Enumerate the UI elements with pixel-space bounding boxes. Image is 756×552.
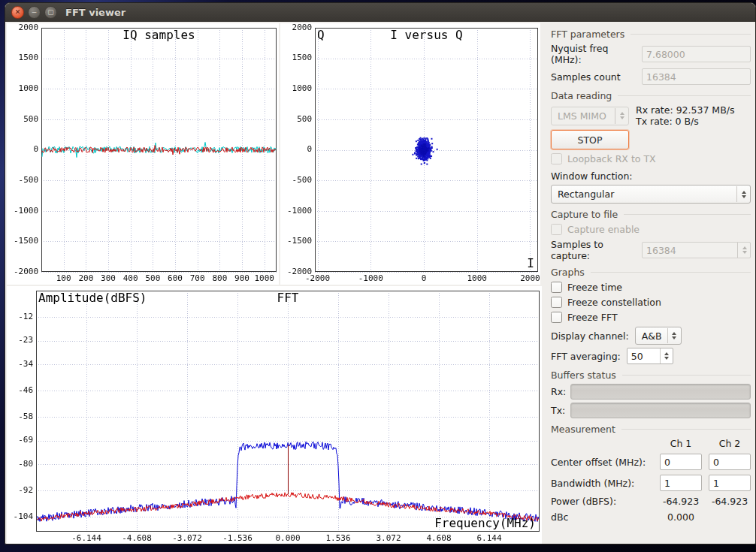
- power-ch1-value: -64.923: [660, 496, 702, 507]
- rx-buffer-label: Rx:: [551, 386, 570, 397]
- device-row: LMS MIMO Rx rate: 92.537 MB/s Tx rate: 0…: [551, 104, 751, 127]
- maximize-button[interactable]: ▢: [44, 6, 57, 19]
- capture-enable-label: Capture enable: [567, 224, 640, 235]
- checkbox-box-icon: [551, 312, 562, 323]
- measurement-group-title: Measurement: [551, 424, 751, 435]
- tx-buffer-progress: [570, 403, 751, 418]
- combo-arrows-icon: [736, 186, 750, 202]
- rx-buffer-row: Rx:: [551, 384, 751, 400]
- ch2-header: Ch 2: [709, 438, 751, 449]
- bandwidth-ch2-input[interactable]: [709, 475, 751, 491]
- graphs-group-title: Graphs: [551, 267, 751, 278]
- freeze-constellation-label: Freeze constellation: [567, 297, 661, 308]
- dbc-ch1-value: 0.000: [660, 511, 702, 523]
- display-channel-label: Display channel:: [551, 330, 629, 342]
- constellation-chart: [280, 23, 540, 285]
- tx-rate-label: Tx rate:: [636, 116, 673, 127]
- tx-buffer-label: Tx:: [551, 405, 570, 416]
- capture-group-title: Capture to file: [551, 209, 751, 220]
- samples-count-row: Samples count: [551, 68, 751, 85]
- minimize-icon: −: [32, 9, 38, 16]
- samples-count-input[interactable]: [642, 68, 751, 85]
- samples-to-capture-input[interactable]: [642, 242, 751, 258]
- center-offset-ch2-input[interactable]: [709, 454, 751, 470]
- center-offset-label: Center offset (MHz):: [551, 457, 653, 468]
- display-channel-combo[interactable]: A&B: [635, 327, 682, 345]
- close-button[interactable]: ✕: [11, 6, 24, 19]
- bandwidth-label: Bandwidth (MHz):: [551, 478, 653, 489]
- nyquist-label: Nyquist freq (MHz):: [551, 43, 642, 65]
- tx-rate-value: 0 B/s: [676, 116, 699, 127]
- spinbox-arrows-icon: [660, 348, 673, 363]
- iq-samples-plot: [7, 23, 279, 285]
- nyquist-input[interactable]: [642, 46, 751, 62]
- samples-count-label: Samples count: [551, 71, 642, 83]
- dbc-label: dBc: [551, 511, 653, 523]
- rx-rate-value: 92.537 MB/s: [676, 104, 735, 116]
- ch1-header: Ch 1: [660, 438, 702, 449]
- power-label: Power (dBFS):: [551, 496, 653, 507]
- main-content: FFT parameters Nyquist freq (MHz): Sampl…: [5, 22, 755, 544]
- nyquist-row: Nyquist freq (MHz):: [551, 43, 751, 65]
- window-function-row: Window function:: [551, 170, 751, 182]
- stop-button[interactable]: STOP: [551, 130, 629, 149]
- data-reading-group-title: Data reading: [551, 90, 751, 101]
- fft-plot: [7, 286, 542, 544]
- device-combo-value: LMS MIMO: [558, 110, 606, 122]
- rates-block: Rx rate: 92.537 MB/s Tx rate: 0 B/s: [636, 104, 734, 127]
- fft-averaging-spinbox[interactable]: [627, 348, 673, 364]
- desktop-background: ✕ − ▢ FFT viewer FFT parameters Nyquist …: [0, 0, 756, 552]
- display-channel-row: Display channel: A&B: [551, 327, 751, 345]
- loopback-checkbox-label: Loopback RX to TX: [567, 153, 656, 164]
- window-title: FFT viewer: [65, 7, 125, 18]
- loopback-checkbox[interactable]: Loopback RX to TX: [551, 153, 751, 164]
- window-function-combo[interactable]: Rectangular: [551, 185, 751, 204]
- samples-to-capture-spinbox[interactable]: [642, 242, 751, 258]
- freeze-time-label: Freeze time: [567, 282, 622, 293]
- freeze-constellation-checkbox[interactable]: Freeze constellation: [551, 297, 751, 308]
- checkbox-box-icon: [551, 224, 562, 235]
- app-window: ✕ − ▢ FFT viewer FFT parameters Nyquist …: [5, 2, 756, 544]
- freeze-time-checkbox[interactable]: Freeze time: [551, 282, 751, 293]
- stop-row: STOP: [551, 130, 751, 149]
- tx-buffer-row: Tx:: [551, 403, 751, 418]
- iq-samples-chart: [7, 23, 279, 285]
- titlebar: ✕ − ▢ FFT viewer: [5, 3, 755, 22]
- bandwidth-ch1-input[interactable]: [660, 475, 702, 491]
- checkbox-box-icon: [551, 297, 562, 308]
- device-combo[interactable]: LMS MIMO: [551, 107, 629, 125]
- power-ch2-value: -64.923: [709, 496, 751, 507]
- combo-arrows-icon: [667, 328, 681, 343]
- close-icon: ✕: [15, 9, 21, 16]
- fft-averaging-row: FFT averaging:: [551, 348, 751, 364]
- minimize-button[interactable]: −: [28, 6, 41, 19]
- rx-rate-label: Rx rate:: [636, 104, 673, 116]
- buffers-group-title: Buffers status: [551, 370, 751, 381]
- samples-to-capture-row: Samples to capture:: [551, 239, 751, 261]
- fft-chart: [7, 286, 542, 544]
- fft-averaging-label: FFT averaging:: [551, 351, 621, 362]
- checkbox-box-icon: [551, 282, 562, 293]
- control-panel: FFT parameters Nyquist freq (MHz): Sampl…: [543, 22, 756, 544]
- capture-enable-checkbox[interactable]: Capture enable: [551, 224, 751, 235]
- window-function-label: Window function:: [551, 170, 751, 182]
- constellation-plot: [280, 23, 540, 285]
- maximize-icon: ▢: [47, 9, 54, 16]
- samples-to-capture-label: Samples to capture:: [551, 239, 642, 261]
- freeze-fft-label: Freeze FFT: [567, 312, 618, 323]
- freeze-fft-checkbox[interactable]: Freeze FFT: [551, 312, 751, 323]
- spinbox-arrows-icon: [737, 243, 751, 258]
- rx-buffer-progress: [570, 384, 751, 400]
- fft-parameters-group-title: FFT parameters: [551, 29, 751, 40]
- display-channel-value: A&B: [642, 330, 662, 342]
- window-function-value: Rectangular: [558, 189, 614, 200]
- checkbox-box-icon: [551, 153, 562, 164]
- combo-arrows-icon: [615, 108, 628, 124]
- center-offset-ch1-input[interactable]: [660, 454, 702, 470]
- measurement-grid: Ch 1 Ch 2 Center offset (MHz): Bandwidth…: [551, 438, 751, 523]
